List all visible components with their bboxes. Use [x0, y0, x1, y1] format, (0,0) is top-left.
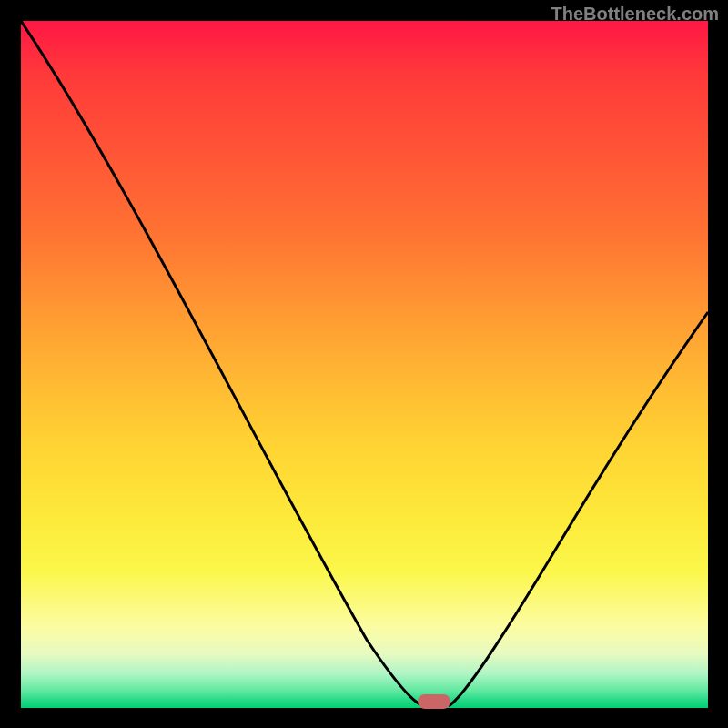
chart-container: TheBottleneck.com — [0, 0, 728, 728]
right-curve — [449, 312, 708, 706]
watermark-text: TheBottleneck.com — [551, 4, 719, 25]
plot-area — [21, 21, 708, 708]
curve-layer — [21, 21, 708, 708]
bottleneck-marker — [418, 694, 450, 709]
left-curve — [21, 21, 423, 706]
